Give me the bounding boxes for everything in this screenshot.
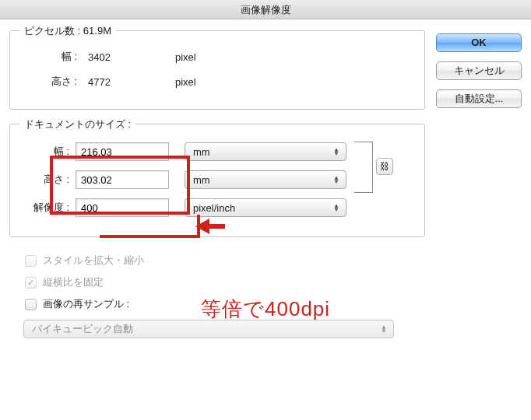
resample-method-value: バイキュービック自動 [32,322,133,336]
chevron-updown-icon: ▲▼ [333,176,339,184]
constrain-checkbox: ✓ [25,277,37,289]
chain-icon: ⛓ [380,161,389,172]
constrain-label: 縦横比を固定 [43,275,104,289]
document-size-group: ドキュメントのサイズ : 幅 : mm ▲▼ 高さ : [9,124,425,237]
pixel-dimensions-group-label: ピクセル数 : 61.9M [19,24,116,38]
ok-button[interactable]: OK [436,33,522,52]
window-title: 画像解像度 [0,0,531,19]
scale-styles-checkbox [25,255,37,267]
resample-checkbox[interactable] [25,299,37,310]
pixel-height-value: 4772 [82,76,144,88]
auto-button[interactable]: 自動設定... [436,89,522,108]
resample-label: 画像の再サンプル : [43,297,129,311]
chevron-updown-icon: ▲▼ [333,148,339,156]
doc-height-input[interactable] [76,170,169,189]
doc-width-label: 幅 : [23,145,76,159]
resolution-input[interactable] [76,198,169,217]
chevron-updown-icon: ▲▼ [333,204,339,212]
pixel-height-label: 高さ : [23,75,82,89]
resolution-unit-value: pixel/inch [193,202,235,214]
doc-height-unit-value: mm [193,174,210,186]
pixel-dimensions-group: ピクセル数 : 61.9M 幅 : 3402 pixel 高さ : 4772 p… [9,30,425,110]
arrow-stem-icon [208,224,225,229]
constrain-link-button[interactable]: ⛓ [376,158,393,175]
pixel-width-unit: pixel [144,51,196,63]
document-size-group-label: ドキュメントのサイズ : [19,117,135,131]
doc-width-unit-select[interactable]: mm ▲▼ [185,142,346,161]
scale-styles-label: スタイルを拡大・縮小 [43,254,144,268]
doc-height-unit-select[interactable]: mm ▲▼ [185,170,346,189]
doc-width-input[interactable] [76,142,169,161]
annotation-text: 等倍で400dpi [201,296,330,323]
resolution-unit-select[interactable]: pixel/inch ▲▼ [185,198,346,217]
pixel-width-value: 3402 [82,51,144,63]
doc-height-label: 高さ : [23,173,76,187]
cancel-button[interactable]: キャンセル [436,61,522,80]
pixel-width-label: 幅 : [23,50,82,64]
chevron-updown-icon: ▲▼ [381,325,387,333]
pixel-height-unit: pixel [144,76,196,88]
link-bracket-icon [354,142,373,193]
doc-width-unit-value: mm [193,146,210,158]
resolution-label: 解像度 : [23,201,76,215]
